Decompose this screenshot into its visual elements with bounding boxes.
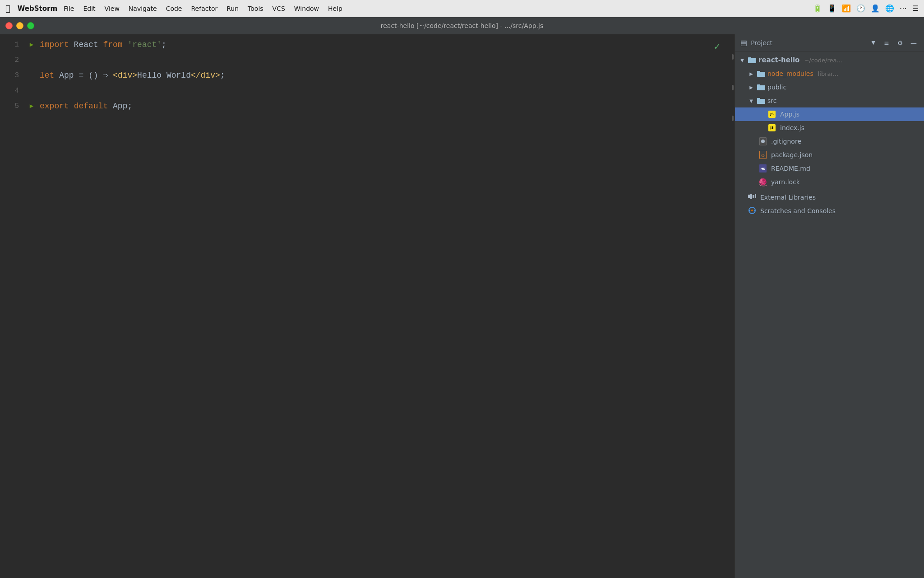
menu-code[interactable]: Code	[162, 0, 187, 17]
tree-path-node-modules: librar...	[818, 70, 838, 77]
tree-item-readmemd[interactable]: MD README.md	[735, 162, 924, 175]
check-mark-icon: ✓	[714, 40, 720, 55]
code-editor[interactable]: import React from 'react' ; let App = ()…	[38, 37, 729, 578]
svg-rect-3	[757, 71, 760, 73]
code-text: App;	[108, 98, 132, 114]
tree-arrow-root: ▼	[739, 56, 746, 64]
project-settings-button[interactable]: ⚙	[895, 38, 905, 48]
folder-icon-public	[757, 84, 766, 91]
app-name[interactable]: WebStorm	[18, 5, 57, 13]
globe-icon: 🌐	[885, 4, 894, 13]
apple-menu[interactable]: 	[5, 4, 10, 13]
tree-label-appjs: App.js	[780, 111, 799, 118]
tree-label-indexjs: index.js	[780, 124, 804, 131]
tree-label-public: public	[767, 84, 786, 91]
menu-refactor[interactable]: Refactor	[186, 0, 222, 17]
code-text	[123, 37, 128, 52]
code-text	[108, 68, 113, 83]
md-file-icon: MD	[758, 165, 767, 172]
keyword-export: export	[40, 98, 69, 114]
scrollbar-indicator-3	[732, 116, 734, 121]
keyword-from: from	[103, 37, 122, 52]
line-number-5: 5	[0, 98, 19, 114]
tree-item-external-libraries[interactable]: External Libraries	[735, 191, 924, 204]
tree-item-root[interactable]: ▼ react-hello ~/code/rea...	[735, 53, 924, 67]
tree-label-gitignore: .gitignore	[771, 138, 801, 145]
project-layout-button[interactable]: ≡	[882, 38, 892, 48]
editor-scrollbar[interactable]	[729, 37, 735, 578]
tree-arrow-src: ▼	[748, 97, 755, 104]
code-text: ;	[162, 37, 166, 52]
line-numbers: 1 2 3 4 5	[0, 37, 25, 578]
run-line-5[interactable]: ▶	[25, 98, 38, 114]
user-icon: 👤	[871, 4, 880, 13]
tree-label-src: src	[767, 97, 776, 104]
menu-vcs[interactable]: VCS	[268, 0, 290, 17]
svg-rect-9	[748, 195, 750, 198]
tree-label-yarnlock: yarn.lock	[771, 178, 800, 186]
scrollbar-indicator-2	[732, 85, 734, 90]
menu-tools[interactable]: Tools	[243, 0, 268, 17]
html-div-open: <div>	[113, 68, 137, 83]
tree-label-external-libraries: External Libraries	[760, 194, 816, 201]
arrow-fn: ⇒	[103, 68, 108, 83]
clock-icon: 🕐	[856, 4, 865, 13]
run-gutter: ▶ ▶	[25, 37, 38, 578]
keyword-default: default	[74, 98, 108, 114]
maximize-button[interactable]	[27, 22, 34, 29]
js-icon-appjs	[767, 111, 776, 118]
tree-item-packagejson[interactable]: {} package.json	[735, 148, 924, 162]
code-line-2	[40, 52, 729, 68]
phone-icon: 📱	[827, 4, 836, 13]
menu-file[interactable]: File	[59, 0, 79, 17]
tree-item-gitignore[interactable]: .gitignore	[735, 135, 924, 148]
line-number-4: 4	[0, 83, 19, 98]
tree-item-public[interactable]: ▶ public	[735, 80, 924, 94]
tree-label-scratches: Scratches and Consoles	[760, 207, 836, 214]
menu-window[interactable]: Window	[290, 0, 323, 17]
code-line-3: let App = () ⇒ <div> Hello World </div> …	[40, 68, 729, 83]
code-text: ;	[220, 68, 225, 83]
battery-icon: 🔋	[813, 4, 822, 13]
tree-arrow-public: ▶	[748, 84, 755, 91]
main-content: 1 2 3 4 5 ▶ ▶ import React from	[0, 34, 924, 578]
title-bar: react-hello [~/code/react/react-hello] -…	[0, 17, 924, 34]
close-button[interactable]	[5, 22, 13, 29]
window-title: react-hello [~/code/react/react-hello] -…	[381, 22, 543, 29]
code-line-5: export default App;	[40, 98, 729, 114]
tree-item-yarnlock[interactable]: 🧶 yarn.lock	[735, 175, 924, 189]
yarn-file-icon: 🧶	[758, 178, 767, 186]
editor[interactable]: 1 2 3 4 5 ▶ ▶ import React from	[0, 34, 735, 578]
tree-label-root: react-hello	[758, 56, 799, 64]
tree-item-scratches[interactable]: Scratches and Consoles	[735, 204, 924, 218]
js-icon-indexjs	[767, 124, 776, 131]
tree-item-node-modules[interactable]: ▶ node_modules librar...	[735, 67, 924, 80]
line-number-2: 2	[0, 52, 19, 68]
tree-label-packagejson: package.json	[771, 151, 813, 158]
tree-path-root: ~/code/rea...	[804, 57, 842, 64]
code-text	[69, 98, 74, 114]
project-panel: ▤ Project ▼ ≡ ⚙ — ▼ react-hello ~/code/r…	[735, 34, 924, 578]
external-libraries-icon	[748, 193, 757, 202]
menu-run[interactable]: Run	[222, 0, 243, 17]
project-panel-header: ▤ Project ▼ ≡ ⚙ —	[735, 34, 924, 51]
tree-item-src[interactable]: ▼ src	[735, 94, 924, 107]
minimize-button[interactable]	[16, 22, 23, 29]
project-dropdown-arrow[interactable]: ▼	[872, 40, 875, 46]
menu-help[interactable]: Help	[323, 0, 347, 17]
folder-icon-node-modules	[757, 70, 766, 77]
tree-item-indexjs[interactable]: index.js	[735, 121, 924, 135]
project-minimize-button[interactable]: —	[909, 38, 919, 48]
menu-icon: ☰	[912, 4, 919, 13]
editor-content[interactable]: 1 2 3 4 5 ▶ ▶ import React from	[0, 34, 735, 578]
menu-navigate[interactable]: Navigate	[124, 0, 162, 17]
tree-item-appjs[interactable]: App.js	[735, 107, 924, 121]
scratches-icon	[748, 207, 757, 215]
menu-view[interactable]: View	[100, 0, 124, 17]
scrollbar-indicator-1	[732, 54, 734, 60]
menu-edit[interactable]: Edit	[79, 0, 100, 17]
tree-label-readmemd: README.md	[771, 165, 810, 172]
svg-rect-1	[748, 57, 751, 59]
run-line-1[interactable]: ▶	[25, 37, 38, 52]
tree-label-node-modules: node_modules	[767, 70, 813, 77]
